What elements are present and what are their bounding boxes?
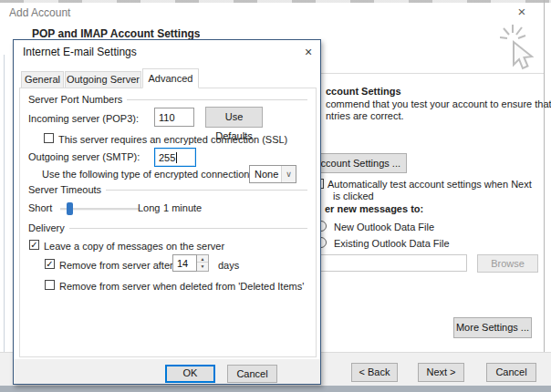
test-description-line1: commend that you test your account to en… bbox=[326, 98, 551, 109]
leave-copy-checkbox[interactable]: ✓ bbox=[29, 240, 39, 250]
dialog-title: Internet E-mail Settings bbox=[23, 46, 137, 58]
server-port-numbers-legend: Server Port Numbers bbox=[28, 94, 122, 105]
outgoing-server-label: Outgoing server (SMTP): bbox=[28, 151, 140, 162]
window-right-border bbox=[544, 0, 545, 386]
timeout-value-label: 1 minute bbox=[163, 202, 202, 213]
screen: Add Account × POP and IMAP Account Setti… bbox=[0, 0, 551, 392]
spinner-down-icon[interactable]: ▼ bbox=[197, 263, 208, 270]
delivery-group: Delivery bbox=[28, 222, 307, 233]
auto-test-label-line2: is clicked bbox=[333, 191, 374, 201]
server-port-numbers-group: Server Port Numbers bbox=[28, 94, 307, 105]
leave-copy-checkmark: ✓ bbox=[30, 240, 37, 250]
deliver-messages-heading: er new messages to: bbox=[325, 203, 423, 214]
dialog-close-icon[interactable]: × bbox=[298, 44, 318, 60]
tab-general[interactable]: General bbox=[21, 71, 64, 88]
window-title: Add Account bbox=[9, 6, 70, 19]
remove-after-label: Remove from server after bbox=[59, 260, 173, 271]
encryption-selected-value: None bbox=[250, 166, 281, 182]
data-file-path-input[interactable] bbox=[308, 254, 467, 272]
tab-outgoing-server[interactable]: Outgoing Server bbox=[65, 71, 141, 88]
dialog-cancel-button[interactable]: Cancel bbox=[227, 365, 277, 383]
ssl-label: This server requires an encrypted connec… bbox=[58, 134, 287, 145]
window-bottom-edge bbox=[0, 386, 551, 392]
remove-deleted-label: Remove from server when deleted from 'De… bbox=[59, 281, 304, 292]
next-button[interactable]: Next > bbox=[418, 363, 464, 382]
test-account-settings-heading: ccount Settings bbox=[326, 86, 401, 97]
days-label: days bbox=[218, 260, 239, 271]
test-description-line2: ntries are correct. bbox=[326, 110, 404, 121]
remove-after-days-input[interactable]: 14 bbox=[172, 254, 197, 272]
browse-button: Browse bbox=[477, 254, 538, 273]
text-caret bbox=[176, 152, 177, 163]
days-spinner[interactable]: ▲ ▼ bbox=[197, 254, 209, 272]
remove-after-checkbox[interactable]: ✓ bbox=[45, 259, 55, 269]
incoming-server-label: Incoming server (POP3): bbox=[28, 113, 139, 124]
leave-copy-label: Leave a copy of messages on the server bbox=[44, 241, 224, 252]
internet-email-settings-dialog: Internet E-mail Settings × General Outgo… bbox=[13, 39, 321, 385]
server-timeouts-group: Server Timeouts bbox=[28, 184, 307, 195]
ssl-checkbox[interactable] bbox=[44, 133, 54, 143]
incoming-port-input[interactable]: 110 bbox=[154, 108, 194, 127]
panel-left-border bbox=[4, 55, 5, 386]
use-defaults-button[interactable]: Use Defaults bbox=[205, 107, 263, 128]
wizard-heading: POP and IMAP Account Settings bbox=[32, 27, 200, 39]
wizard-cancel-button[interactable]: Cancel bbox=[486, 363, 536, 382]
spinner-up-icon[interactable]: ▲ bbox=[197, 255, 208, 263]
outgoing-port-input[interactable]: 255 bbox=[154, 148, 196, 167]
timeout-long-label: Long bbox=[138, 202, 160, 213]
server-timeouts-legend: Server Timeouts bbox=[28, 184, 101, 195]
top-edge-artifact bbox=[0, 0, 551, 3]
existing-data-file-label: Existing Outlook Data File bbox=[334, 238, 450, 249]
ok-button[interactable]: OK bbox=[165, 365, 215, 383]
remove-deleted-checkbox[interactable] bbox=[45, 280, 55, 290]
test-account-settings-button[interactable]: Account Settings ... bbox=[312, 153, 407, 173]
encryption-type-dropdown[interactable]: None ∨ bbox=[249, 165, 296, 183]
chevron-down-icon[interactable]: ∨ bbox=[281, 166, 296, 182]
back-button[interactable]: < Back bbox=[351, 363, 398, 382]
remove-after-checkmark: ✓ bbox=[46, 259, 53, 269]
window-close-icon[interactable]: × bbox=[511, 3, 533, 21]
timeout-slider-thumb[interactable] bbox=[67, 202, 73, 215]
tab-advanced[interactable]: Advanced bbox=[142, 68, 199, 88]
timeout-short-label: Short bbox=[28, 202, 52, 213]
mouse-click-cursor-icon bbox=[500, 24, 536, 75]
auto-test-label-line1: Automatically test account settings when… bbox=[327, 179, 532, 190]
encryption-type-label: Use the following type of encrypted conn… bbox=[42, 169, 253, 180]
more-settings-button[interactable]: More Settings ... bbox=[453, 317, 532, 338]
new-data-file-label: New Outlook Data File bbox=[334, 222, 434, 232]
delivery-legend: Delivery bbox=[28, 222, 65, 233]
